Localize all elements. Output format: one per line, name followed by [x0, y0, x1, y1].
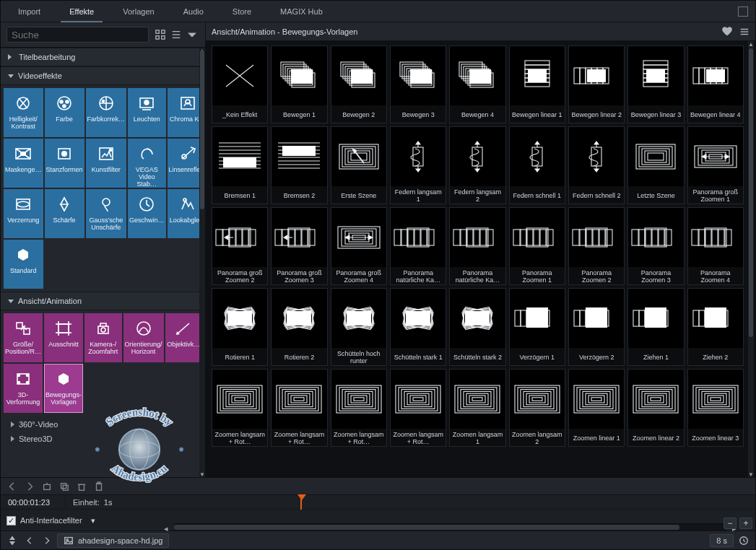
vfx-tile[interactable]: Farbkorrek… [86, 88, 127, 137]
template-item[interactable]: Zoomen langsam 1 [449, 369, 505, 447]
unit-value[interactable]: 1s [104, 498, 113, 507]
template-item[interactable]: Zoomen langsam 2 [509, 369, 565, 447]
anim-tile[interactable]: Größe/Position/R… [4, 313, 43, 362]
dropdown-small-icon[interactable]: ▾ [91, 516, 95, 525]
anim-tile[interactable]: Objektivk… [165, 313, 202, 362]
template-item[interactable]: Letzte Szene [627, 126, 684, 204]
template-item[interactable]: Verzögern 1 [509, 288, 565, 366]
template-item[interactable]: Verzögern 2 [568, 288, 625, 366]
template-item[interactable]: Ziehen 2 [687, 288, 744, 366]
template-item[interactable]: Federn langsam 1 [390, 126, 446, 204]
template-item[interactable]: Bremsen 1 [212, 126, 268, 204]
anim-tile[interactable]: Bewegungs-Vorlagen [44, 364, 83, 413]
template-item[interactable]: Schütteln stark 2 [449, 288, 505, 366]
section-view-animation[interactable]: Ansicht/Animation [1, 292, 205, 310]
timeline-ruler[interactable] [174, 495, 726, 510]
template-item[interactable]: Panorama groß Zoomen 2 [212, 207, 268, 285]
vfx-tile[interactable]: Helligkeit/Kontrast [4, 88, 43, 137]
template-item[interactable]: Ziehen 1 [627, 288, 684, 366]
dropdown-icon[interactable] [185, 27, 199, 42]
search-input[interactable] [6, 27, 149, 43]
template-item[interactable]: Panorama Zoomen 2 [568, 207, 625, 285]
vfx-tile[interactable]: Stanzformen [45, 139, 84, 188]
template-item[interactable]: Zoomen linear 1 [568, 369, 625, 447]
template-item[interactable]: Zoomen langsam + Rot… [212, 369, 268, 447]
template-item[interactable]: Bewegen linear 1 [509, 45, 565, 123]
template-item[interactable]: Federn schnell 1 [509, 126, 565, 204]
add-icon[interactable] [40, 480, 54, 493]
template-item[interactable]: Panorama groß Zoomen 3 [271, 207, 327, 285]
template-item[interactable]: Panorama Zoomen 4 [687, 207, 744, 285]
zoom-in-button[interactable]: + [739, 518, 752, 529]
template-item[interactable]: Federn schnell 2 [568, 126, 625, 204]
clip-duration[interactable]: 8 s [710, 534, 734, 547]
template-item[interactable]: Schütteln hoch runter [331, 288, 387, 366]
anim-tile[interactable]: Kamera-/Zoomfahrt [84, 313, 121, 362]
menu-icon[interactable] [739, 27, 750, 37]
clip-chip[interactable]: ahadesign-space-hd.jpg [57, 533, 169, 548]
template-item[interactable]: Rotieren 1 [212, 288, 268, 366]
track-next-icon[interactable] [40, 534, 54, 547]
template-item[interactable]: Panorama natürliche Ka… [390, 207, 446, 285]
tab-import[interactable]: Import [4, 1, 55, 22]
track-prev-icon[interactable] [22, 534, 37, 547]
delete-icon[interactable] [74, 480, 89, 493]
template-item[interactable]: Bewegen linear 2 [568, 45, 625, 123]
tab-templates[interactable]: Vorlagen [108, 1, 168, 22]
template-item[interactable]: Bewegen 3 [390, 45, 446, 123]
template-item[interactable]: Bewegen linear 3 [627, 45, 684, 123]
timeline-scrollbar[interactable]: ◂▸ [174, 523, 726, 531]
track-updown-icon[interactable] [5, 534, 19, 547]
tab-magixhub[interactable]: MAGIX Hub [266, 1, 337, 22]
template-item[interactable]: Rotieren 2 [271, 288, 327, 366]
next-icon[interactable] [22, 480, 37, 493]
anti-interlace-checkbox[interactable]: ✓ [6, 516, 16, 525]
clock-icon[interactable] [737, 534, 751, 547]
prev-icon[interactable] [5, 480, 19, 493]
template-item[interactable]: Panorama groß Zoomen 4 [331, 207, 387, 285]
section-stereo3d[interactable]: Stereo3D [1, 432, 205, 446]
vfx-tile[interactable]: Maskenge… [4, 139, 43, 188]
template-item[interactable]: Panorama Zoomen 1 [509, 207, 565, 285]
template-item[interactable]: Federn langsam 2 [449, 126, 505, 204]
vfx-tile[interactable]: Farbe [45, 88, 84, 137]
vfx-tile[interactable]: Schärfe [45, 189, 84, 238]
tab-effects[interactable]: Effekte [55, 1, 108, 22]
template-item[interactable]: _Kein Effekt [212, 45, 268, 123]
gallery-scrollbar[interactable]: ▲ ▼ [748, 41, 754, 477]
section-title-editing[interactable]: Titelbearbeitung [1, 48, 205, 66]
view-list-icon[interactable] [169, 27, 183, 42]
anim-tile[interactable]: Orientierung/Horizont [123, 313, 164, 362]
vfx-tile[interactable]: VEGASVideo Stab… [128, 139, 166, 188]
vfx-tile[interactable]: Geschwin… [128, 189, 166, 238]
maximize-icon[interactable] [738, 6, 748, 17]
template-item[interactable]: Zoomen langsam + Rot… [390, 369, 446, 447]
template-item[interactable]: Panorama natürliche Ka… [449, 207, 505, 285]
template-item[interactable]: Bewegen linear 4 [687, 45, 744, 123]
zoom-out-button[interactable]: − [724, 518, 737, 529]
template-item[interactable]: Zoomen linear 2 [627, 369, 684, 447]
paste-icon[interactable] [92, 480, 106, 493]
anim-tile[interactable]: Ausschnitt [44, 313, 83, 362]
tab-audio[interactable]: Audio [169, 1, 218, 22]
view-grid-icon[interactable] [153, 27, 168, 42]
left-scrollbar[interactable]: ▲ ▼ [199, 48, 205, 477]
vfx-tile[interactable]: Verzerrung [4, 189, 43, 238]
vfx-tile[interactable]: Kunstfilter [86, 139, 127, 188]
template-item[interactable]: Panorama Zoomen 3 [627, 207, 684, 285]
template-item[interactable]: Bremsen 2 [271, 126, 327, 204]
vfx-tile[interactable]: Leuchten [128, 88, 166, 137]
vfx-tile[interactable]: Gauss'scheUnschärfe [86, 189, 127, 238]
template-item[interactable]: Zoomen langsam + Rot… [331, 369, 387, 447]
template-item[interactable]: Schütteln stark 1 [390, 288, 446, 366]
vfx-tile[interactable]: Standard [4, 240, 43, 289]
template-item[interactable]: Bewegen 2 [331, 45, 387, 123]
anim-tile[interactable]: 3D-Verformung [4, 364, 43, 413]
template-item[interactable]: Zoomen langsam + Rot… [271, 369, 327, 447]
timecode[interactable]: 00:00:01:23 [1, 495, 66, 509]
template-item[interactable]: Zoomen linear 3 [687, 369, 744, 447]
template-item[interactable]: Panorama groß Zoomen 1 [687, 126, 744, 204]
tab-store[interactable]: Store [218, 1, 266, 22]
section-video-effects[interactable]: Videoeffekte [1, 66, 205, 85]
template-item[interactable]: Bewegen 1 [271, 45, 327, 123]
